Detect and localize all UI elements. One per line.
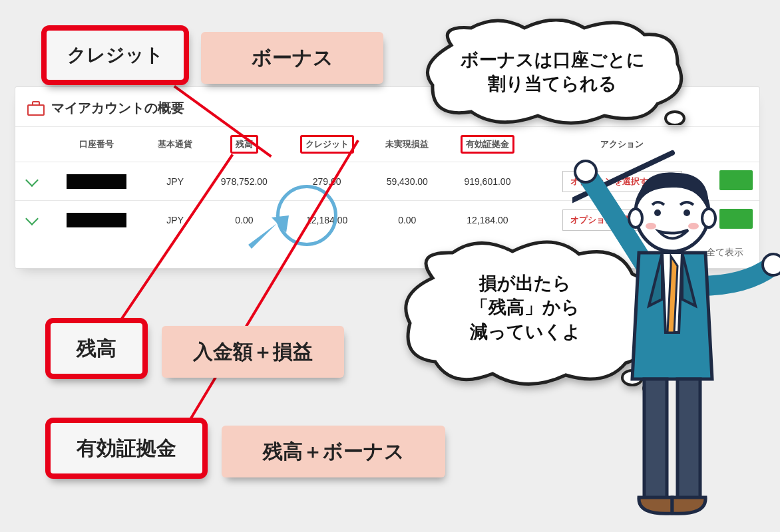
cell-currency: JPY <box>145 162 206 201</box>
svg-point-15 <box>646 223 656 229</box>
svg-rect-1 <box>33 102 39 105</box>
panel-title: マイアカウントの概要 <box>51 99 184 117</box>
col-currency: 基本通貨 <box>145 127 206 162</box>
businessman-illustration <box>572 133 780 525</box>
svg-point-12 <box>702 209 715 227</box>
callout-margin: 有効証拠金 <box>45 418 208 479</box>
callout-balance-desc: 入金額＋損益 <box>162 326 344 378</box>
cell-balance: 978,752.00 <box>206 162 284 201</box>
svg-point-14 <box>683 209 690 216</box>
account-number-masked <box>67 174 126 189</box>
cell-margin: 12,184.00 <box>443 201 531 239</box>
cell-unreal: 59,430.00 <box>371 162 443 201</box>
callout-balance: 残高 <box>45 318 148 379</box>
callout-bonus: ボーナス <box>201 32 383 84</box>
cell-unreal: 0.00 <box>371 201 443 239</box>
col-account: 口座番号 <box>49 127 145 162</box>
svg-rect-17 <box>644 379 667 499</box>
svg-marker-3 <box>272 215 289 233</box>
col-unrealized: 未実現損益 <box>371 127 443 162</box>
cell-margin: 919,601.00 <box>443 162 531 201</box>
account-number-masked <box>67 213 126 227</box>
svg-point-11 <box>629 209 642 227</box>
callout-margin-desc: 残高＋ボーナス <box>222 426 445 477</box>
svg-point-8 <box>575 161 596 182</box>
svg-point-16 <box>688 223 699 229</box>
svg-point-13 <box>654 209 661 216</box>
chevron-down-icon[interactable] <box>25 174 39 187</box>
chevron-down-icon[interactable] <box>25 212 39 225</box>
briefcase-icon <box>27 101 45 116</box>
col-margin: 有効証拠金 <box>443 127 531 162</box>
arrow-icon <box>245 215 292 255</box>
svg-rect-0 <box>28 105 44 115</box>
callout-credit: クレジット <box>41 25 189 85</box>
svg-point-4 <box>666 112 684 125</box>
col-credit: クレジット <box>283 127 371 162</box>
svg-rect-18 <box>678 379 700 499</box>
speech-text-top: ボーナスは口座ごとに割り当てられる <box>439 48 666 96</box>
svg-point-9 <box>763 254 780 275</box>
col-balance: 残高 <box>206 127 284 162</box>
